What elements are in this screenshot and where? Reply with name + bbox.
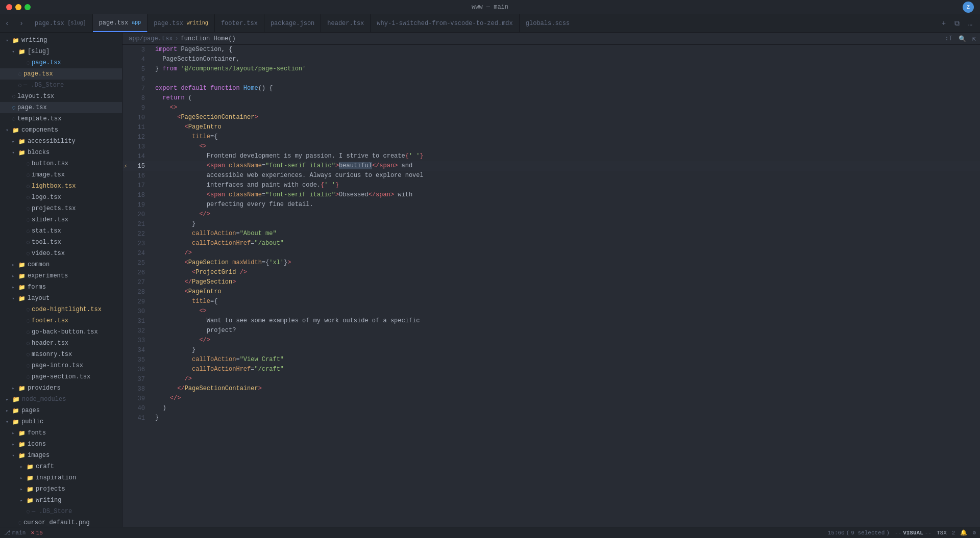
new-tab-button[interactable]: + bbox=[938, 18, 949, 29]
sidebar-item-cursor-default[interactable]: ◌ cursor_default.png bbox=[0, 517, 122, 527]
tab-page-tsx-slug[interactable]: page.tsx [slug] bbox=[29, 14, 93, 32]
sidebar-item-code-highlight[interactable]: ◌ code-hightlight.tsx bbox=[0, 304, 122, 315]
sidebar-item-ds-store-writing[interactable]: ◌ — .DS_Store bbox=[0, 80, 122, 91]
sidebar-item-page-tsx[interactable]: ◌ page.tsx bbox=[0, 68, 122, 80]
sidebar-item-components[interactable]: ▾ 📁 components bbox=[0, 124, 122, 136]
chevron-right-icon: ▸ bbox=[10, 262, 16, 268]
tab-header-tsx[interactable]: header.tsx bbox=[321, 14, 371, 32]
sidebar-label: accessibility bbox=[28, 138, 76, 145]
code-editor[interactable]: 3 import PageSection, { 4 PageSectionCon… bbox=[122, 45, 980, 527]
line-content-21: } bbox=[153, 219, 980, 229]
format-icon[interactable]: :T bbox=[945, 35, 952, 42]
tab-package-json[interactable]: package.json bbox=[264, 14, 321, 32]
sidebar-item-footer-tsx[interactable]: ◌ footer.tsx bbox=[0, 315, 122, 326]
sidebar-item-logo-tsx[interactable]: ◌ logo.tsx bbox=[0, 192, 122, 203]
close-button[interactable] bbox=[6, 4, 12, 10]
code-line-15: ⚡ 15 <span className="font-serif italic"… bbox=[122, 161, 980, 171]
sidebar-item-tool-tsx[interactable]: ◌ tool.tsx bbox=[0, 237, 122, 248]
sidebar-item-icons[interactable]: ▸ 📁 icons bbox=[0, 439, 122, 450]
sidebar-label: projects bbox=[36, 485, 65, 493]
sidebar-item-page-tsx-slug[interactable]: ◌ page.tsx bbox=[0, 57, 122, 68]
sidebar-item-forms[interactable]: ▸ 📁 forms bbox=[0, 281, 122, 293]
tab-footer-tsx[interactable]: footer.tsx bbox=[215, 14, 264, 32]
code-line-40: 40 ) bbox=[122, 403, 980, 413]
sidebar-item-providers[interactable]: ▸ 📁 providers bbox=[0, 382, 122, 394]
settings-icon[interactable]: ⚙ bbox=[972, 529, 976, 536]
sidebar-item-projects[interactable]: ▸ 📁 projects bbox=[0, 483, 122, 495]
chevron-down-icon: ▾ bbox=[10, 453, 16, 458]
sidebar-item-blocks[interactable]: ▾ 📁 blocks bbox=[0, 147, 122, 158]
sidebar-item-writing[interactable]: ▾ 📁 writing bbox=[0, 35, 122, 46]
sidebar-label: logo.tsx bbox=[32, 194, 61, 201]
expand-icon[interactable]: ⇱ bbox=[972, 35, 976, 43]
sidebar-item-layout-tsx[interactable]: ◌ layout.tsx bbox=[0, 91, 122, 102]
sidebar-item-masonry[interactable]: ◌ masonry.tsx bbox=[0, 349, 122, 360]
error-count[interactable]: ✕ 15 bbox=[31, 529, 42, 536]
sidebar-item-public[interactable]: ▾ 📁 public bbox=[0, 416, 122, 427]
chevron-right-icon: ▸ bbox=[10, 386, 16, 391]
tabs-container: page.tsx [slug] page.tsx app page.tsx wr… bbox=[29, 14, 938, 32]
indent-info[interactable]: 2 bbox=[952, 530, 955, 536]
sidebar-item-page-section[interactable]: ◌ page-section.tsx bbox=[0, 371, 122, 382]
editor-mode[interactable]: -- VISUAL -- bbox=[895, 530, 932, 536]
maximize-button[interactable] bbox=[24, 4, 31, 10]
chevron-right-icon: ▸ bbox=[4, 397, 10, 402]
sidebar-item-page-tsx-root[interactable]: ◌ page.tsx bbox=[0, 102, 122, 113]
sidebar-item-craft[interactable]: ▸ 📁 craft bbox=[0, 461, 122, 472]
folder-icon: 📁 bbox=[12, 407, 19, 414]
sidebar-item-stat-tsx[interactable]: ◌ stat.tsx bbox=[0, 225, 122, 237]
sidebar-label: public bbox=[21, 418, 43, 425]
notification-icon[interactable]: 🔔 bbox=[960, 529, 967, 536]
sidebar-item-slug[interactable]: ▾ 📁 [slug] bbox=[0, 46, 122, 57]
sidebar-item-template-tsx[interactable]: ◌ template.tsx bbox=[0, 113, 122, 124]
tab-globals-scss[interactable]: globals.scss bbox=[520, 14, 576, 32]
sidebar-item-experiments[interactable]: ▸ 📁 experiments bbox=[0, 270, 122, 281]
sidebar-item-common[interactable]: ▸ 📁 common bbox=[0, 259, 122, 270]
titlebar: www — main Z bbox=[0, 0, 980, 14]
sidebar-item-go-back[interactable]: ◌ go-back-button.tsx bbox=[0, 326, 122, 338]
sidebar-item-slider-tsx[interactable]: ◌ slider.tsx bbox=[0, 214, 122, 225]
code-line-7: 7 export default function Home() { bbox=[122, 84, 980, 93]
git-branch[interactable]: ⎇ main bbox=[4, 529, 26, 536]
selection-count: 9 selected bbox=[851, 530, 885, 536]
folder-icon: 📁 bbox=[27, 464, 34, 470]
tab-nav-forward[interactable]: › bbox=[14, 14, 29, 32]
more-tabs-button[interactable]: … bbox=[965, 18, 976, 29]
sidebar-item-page-intro[interactable]: ◌ page-intro.tsx bbox=[0, 360, 122, 371]
chevron-right-icon: ▸ bbox=[4, 408, 10, 414]
sidebar-item-accessibility[interactable]: ▸ 📁 accessibility bbox=[0, 136, 122, 147]
search-icon[interactable]: 🔍 bbox=[959, 35, 966, 43]
folder-icon: 📁 bbox=[18, 385, 26, 392]
tab-page-tsx-writing[interactable]: page.tsx writing bbox=[148, 14, 215, 32]
tab-nav-back[interactable]: ‹ bbox=[0, 14, 14, 32]
sidebar-item-video-tsx[interactable]: ◌ video.tsx bbox=[0, 248, 122, 259]
file-icon: ◌ bbox=[12, 116, 15, 122]
sidebar-item-pages[interactable]: ▸ 📁 pages bbox=[0, 405, 122, 416]
line-number-34: 34 bbox=[129, 347, 153, 354]
tab-page-tsx-app[interactable]: page.tsx app bbox=[93, 14, 148, 32]
sidebar-item-writing-images[interactable]: ▸ 📁 writing bbox=[0, 495, 122, 506]
minimize-button[interactable] bbox=[15, 4, 21, 10]
file-type[interactable]: TSX bbox=[937, 530, 947, 536]
sidebar-item-ds-store-public[interactable]: ◌ — .DS_Store bbox=[0, 506, 122, 517]
tab-filename: page.tsx bbox=[35, 20, 64, 27]
tab-mdx[interactable]: why-i-switched-from-vscode-to-zed.mdx bbox=[371, 14, 519, 32]
sidebar-item-images[interactable]: ▾ 📁 images bbox=[0, 450, 122, 461]
split-editor-button[interactable]: ⧉ bbox=[951, 18, 963, 29]
sidebar-item-layout-folder[interactable]: ▾ 📁 layout bbox=[0, 293, 122, 304]
sidebar-item-image-tsx[interactable]: ◌ image.tsx bbox=[0, 169, 122, 181]
chevron-right-icon: ▸ bbox=[10, 442, 16, 447]
sidebar-item-button-tsx[interactable]: ◌ button.tsx bbox=[0, 158, 122, 169]
sidebar-item-fonts[interactable]: ▸ 📁 fonts bbox=[0, 427, 122, 439]
cursor-position[interactable]: 15:60 ( 9 selected ) bbox=[828, 530, 890, 536]
sidebar-label: — .DS_Store bbox=[23, 82, 64, 89]
sidebar-label: writing bbox=[36, 497, 61, 504]
sidebar-item-lightbox-tsx[interactable]: ◌ lightbox.tsx bbox=[0, 181, 122, 192]
sidebar-item-projects-tsx[interactable]: ◌ projects.tsx bbox=[0, 203, 122, 214]
line-content-15: <span className="font-serif italic">beau… bbox=[153, 161, 980, 171]
sidebar-item-inspiration[interactable]: ▸ 📁 inspiration bbox=[0, 472, 122, 483]
sidebar-item-node-modules[interactable]: ▸ 📁 node_modules bbox=[0, 394, 122, 405]
mode-separator: -- bbox=[895, 530, 901, 536]
line-number-21: 21 bbox=[129, 221, 153, 228]
sidebar-item-header-tsx[interactable]: ◌ header.tsx bbox=[0, 338, 122, 349]
